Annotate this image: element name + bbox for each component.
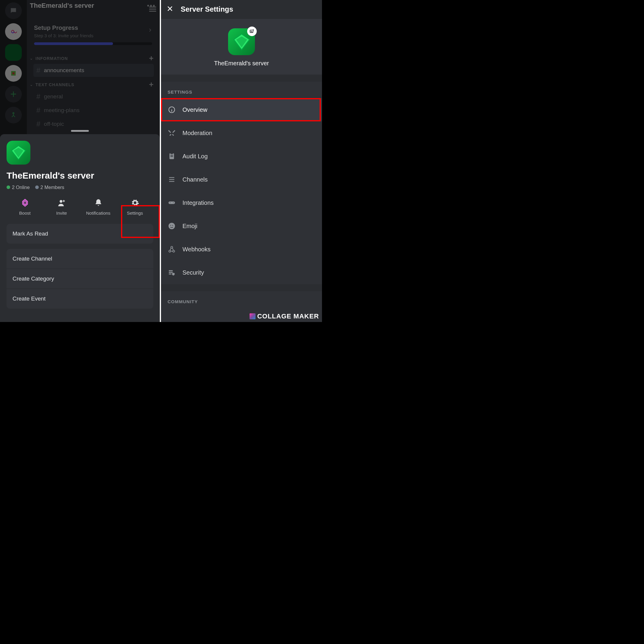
svg-point-8 bbox=[60, 200, 62, 203]
member-dot-icon bbox=[35, 185, 39, 189]
create-event-button[interactable]: Create Event bbox=[7, 289, 153, 309]
settings-server-name: TheEmerald's server bbox=[214, 60, 269, 67]
settings-title: Server Settings bbox=[181, 5, 233, 13]
settings-item-label: Emoji bbox=[182, 223, 197, 230]
svg-rect-15 bbox=[171, 153, 173, 154]
close-icon bbox=[166, 5, 174, 12]
svg-point-20 bbox=[173, 202, 174, 203]
settings-item-label: Integrations bbox=[182, 199, 214, 206]
boost-button[interactable]: Boost bbox=[7, 199, 43, 216]
invite-icon bbox=[58, 199, 66, 207]
bell-icon bbox=[94, 199, 103, 207]
gear-icon bbox=[131, 199, 139, 207]
right-panel: Server Settings TheEmerald's server SETT… bbox=[161, 0, 322, 322]
mark-as-read-button[interactable]: Mark As Read bbox=[7, 224, 153, 244]
sheet-list-1: Mark As Read bbox=[7, 224, 153, 244]
member-count: 2 Members bbox=[41, 185, 64, 190]
settings-item-moderation[interactable]: Moderation bbox=[161, 121, 322, 145]
sheet-list-2: Create Channel Create Category Create Ev… bbox=[7, 249, 153, 309]
settings-header: Server Settings bbox=[161, 0, 322, 18]
section-community: COMMUNITY bbox=[161, 291, 322, 308]
image-plus-icon bbox=[249, 29, 255, 34]
svg-point-23 bbox=[172, 225, 173, 226]
settings-item-label: Moderation bbox=[182, 130, 212, 137]
watermark-icon bbox=[250, 313, 256, 319]
invite-button[interactable]: Invite bbox=[43, 199, 80, 216]
settings-item-audit-log[interactable]: Audit Log bbox=[161, 145, 322, 168]
webhook-icon bbox=[168, 245, 176, 253]
settings-item-label: Audit Log bbox=[182, 153, 208, 160]
action-label: Invite bbox=[56, 210, 67, 216]
action-label: Notifications bbox=[86, 210, 111, 216]
settings-item-channels[interactable]: Channels bbox=[161, 168, 322, 191]
sheet-server-name: TheEmerald's server bbox=[7, 171, 153, 181]
online-count: 2 Online bbox=[12, 185, 30, 190]
left-panel: + TheEmerald's server ••• Setup Progress… bbox=[0, 0, 161, 322]
svg-point-12 bbox=[251, 31, 251, 31]
svg-rect-27 bbox=[169, 270, 173, 271]
svg-point-21 bbox=[168, 223, 175, 229]
settings-item-label: Overview bbox=[182, 106, 207, 113]
settings-item-overview[interactable]: Overview bbox=[161, 98, 322, 121]
list-icon bbox=[168, 176, 176, 183]
notifications-button[interactable]: Notifications bbox=[80, 199, 117, 216]
gamepad-icon bbox=[168, 199, 176, 207]
status-row: 2 Online 2 Members bbox=[7, 185, 153, 190]
clipboard-icon bbox=[168, 152, 176, 160]
svg-rect-18 bbox=[168, 202, 175, 204]
create-channel-button[interactable]: Create Channel bbox=[7, 249, 153, 269]
settings-item-emoji[interactable]: Emoji bbox=[161, 214, 322, 238]
settings-item-label: Channels bbox=[182, 176, 208, 183]
upload-image-badge[interactable] bbox=[247, 27, 257, 36]
sheet-handle[interactable] bbox=[71, 130, 89, 132]
settings-item-security[interactable]: Security bbox=[161, 261, 322, 284]
settings-item-webhooks[interactable]: Webhooks bbox=[161, 238, 322, 261]
svg-rect-29 bbox=[169, 273, 171, 274]
settings-list: Overview Moderation Audit Log Channels I… bbox=[161, 98, 322, 284]
svg-point-22 bbox=[170, 225, 171, 226]
emoji-icon bbox=[168, 222, 176, 230]
settings-item-label: Security bbox=[182, 269, 204, 276]
server-avatar bbox=[7, 141, 30, 165]
svg-point-19 bbox=[170, 202, 171, 203]
info-icon bbox=[168, 106, 176, 114]
settings-item-label: Webhooks bbox=[182, 246, 210, 253]
boost-icon bbox=[21, 199, 29, 207]
section-settings: SETTINGS bbox=[161, 82, 322, 98]
shield-icon bbox=[168, 269, 176, 276]
action-label: Settings bbox=[127, 210, 143, 216]
svg-rect-28 bbox=[169, 272, 173, 273]
swords-icon bbox=[168, 129, 176, 137]
create-category-button[interactable]: Create Category bbox=[7, 269, 153, 289]
watermark: COLLAGE MAKER bbox=[250, 312, 319, 320]
action-row: Boost Invite Notifications Settings bbox=[7, 199, 153, 216]
settings-server-card: TheEmerald's server bbox=[161, 18, 322, 75]
svg-rect-16 bbox=[171, 155, 173, 156]
settings-item-integrations[interactable]: Integrations bbox=[161, 191, 322, 214]
settings-button[interactable]: Settings bbox=[117, 199, 153, 216]
svg-rect-17 bbox=[171, 156, 173, 157]
close-button[interactable] bbox=[166, 5, 174, 13]
svg-marker-7 bbox=[24, 201, 26, 205]
action-label: Boost bbox=[19, 210, 30, 216]
watermark-text: COLLAGE MAKER bbox=[257, 312, 319, 320]
bottom-sheet: TheEmerald's server 2 Online 2 Members B… bbox=[0, 134, 160, 322]
online-dot-icon bbox=[7, 185, 10, 189]
